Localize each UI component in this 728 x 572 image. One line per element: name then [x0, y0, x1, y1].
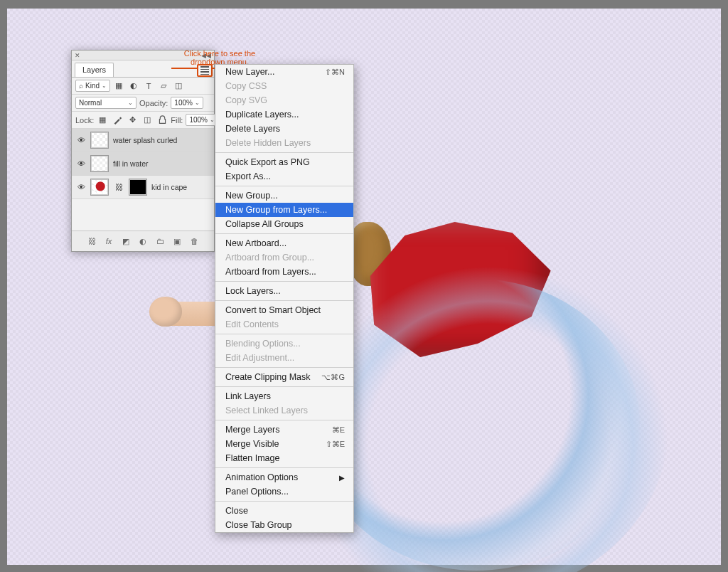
- menu-item[interactable]: New Layer...⇧⌘N: [215, 65, 353, 79]
- visibility-icon[interactable]: 👁: [76, 159, 86, 168]
- kind-filter-label: Kind: [85, 82, 100, 90]
- layer-thumbnail[interactable]: [90, 179, 109, 196]
- chevron-down-icon: ⌄: [102, 83, 107, 89]
- menu-item[interactable]: Collapse All Groups: [215, 217, 353, 231]
- menu-item-label: Convert to Smart Object: [225, 305, 321, 315]
- lock-label: Lock:: [75, 116, 94, 125]
- layer-name[interactable]: fill in water: [113, 159, 149, 168]
- visibility-icon[interactable]: 👁: [76, 136, 86, 144]
- menu-item[interactable]: Duplicate Layers...: [215, 107, 353, 122]
- adjustment-layer-icon[interactable]: ◐: [137, 235, 149, 247]
- fill-input[interactable]: 100% ⌄: [186, 114, 218, 126]
- new-layer-icon[interactable]: ▣: [171, 235, 183, 247]
- menu-item: Copy CSS: [215, 79, 353, 93]
- filter-smartobject-icon[interactable]: ◫: [173, 80, 184, 92]
- delete-layer-icon[interactable]: 🗑: [188, 235, 200, 247]
- menu-separator: [215, 367, 353, 368]
- menu-item: Edit Contents: [215, 317, 353, 332]
- menu-item[interactable]: Merge Layers⌘E: [215, 423, 353, 437]
- menu-item-label: New Group from Layers...: [225, 205, 327, 215]
- menu-item[interactable]: New Group...: [215, 189, 353, 203]
- kind-filter-select[interactable]: ⌕ Kind ⌄: [75, 80, 110, 92]
- panel-dropdown-menu: New Layer...⇧⌘NCopy CSSCopy SVGDuplicate…: [215, 64, 354, 533]
- tab-layers[interactable]: Layers: [75, 63, 114, 77]
- layer-style-icon[interactable]: fx: [103, 235, 114, 247]
- menu-item-label: Delete Layers: [225, 124, 280, 134]
- chevron-down-icon: ⌄: [210, 117, 215, 123]
- close-icon[interactable]: ✕: [75, 52, 80, 59]
- menu-item-label: Merge Visible: [225, 439, 279, 449]
- layer-thumbnail[interactable]: [90, 132, 109, 149]
- menu-item-label: Export As...: [225, 171, 271, 181]
- annotation-line1: Click here to see the: [184, 49, 255, 58]
- layer-name[interactable]: kid in cape: [151, 183, 187, 191]
- menu-item[interactable]: Flatten Image: [215, 451, 353, 465]
- menu-item-shortcut: ⇧⌘E: [326, 440, 345, 449]
- fill-label: Fill:: [171, 116, 183, 125]
- lock-pixels-icon[interactable]: [112, 115, 123, 126]
- layer-thumbnail[interactable]: [90, 155, 109, 172]
- menu-separator: [215, 300, 353, 301]
- menu-item-label: New Group...: [225, 191, 278, 201]
- menu-item[interactable]: Export As...: [215, 169, 353, 184]
- layer-row[interactable]: 👁 fill in water: [72, 152, 214, 176]
- menu-item-label: Close: [225, 506, 248, 516]
- menu-item-label: Edit Contents: [225, 319, 279, 329]
- menu-item-shortcut: ⌥⌘G: [321, 373, 345, 382]
- layers-list: 👁 water splash curled 👁 fill in water 👁 …: [72, 129, 214, 199]
- submenu-arrow-icon: ▶: [339, 474, 345, 482]
- menu-item: Artboard from Group...: [215, 250, 353, 265]
- lock-transparency-icon[interactable]: ▦: [97, 115, 108, 126]
- menu-item[interactable]: Artboard from Layers...: [215, 265, 353, 279]
- link-layers-icon[interactable]: ⛓: [86, 235, 97, 247]
- menu-separator: [215, 467, 353, 468]
- menu-item-label: New Artboard...: [225, 238, 287, 248]
- menu-item-label: Duplicate Layers...: [225, 110, 299, 120]
- visibility-icon[interactable]: 👁: [76, 183, 86, 191]
- menu-item[interactable]: Convert to Smart Object: [215, 303, 353, 317]
- menu-item: Copy SVG: [215, 93, 353, 107]
- menu-item[interactable]: Create Clipping Mask⌥⌘G: [215, 370, 353, 384]
- menu-item-label: Quick Export as PNG: [225, 157, 310, 167]
- menu-item: Select Linked Layers: [215, 403, 353, 418]
- layer-name[interactable]: water splash curled: [113, 136, 177, 144]
- menu-item[interactable]: New Artboard...: [215, 236, 353, 250]
- layer-mask-thumbnail[interactable]: [129, 179, 147, 196]
- menu-item[interactable]: Lock Layers...: [215, 284, 353, 298]
- menu-separator: [215, 334, 353, 334]
- filter-type-icon[interactable]: T: [143, 80, 154, 92]
- menu-item[interactable]: Close: [215, 504, 353, 518]
- menu-item-label: Artboard from Group...: [225, 253, 314, 263]
- lock-artboard-icon[interactable]: ◫: [141, 115, 153, 126]
- menu-item-label: Create Clipping Mask: [225, 372, 311, 382]
- menu-separator: [215, 420, 353, 420]
- menu-item: Blending Options...: [215, 337, 353, 351]
- menu-separator: [215, 386, 353, 387]
- layer-mask-icon[interactable]: ◩: [120, 235, 132, 247]
- opacity-input[interactable]: 100% ⌄: [171, 97, 203, 109]
- filter-adjustment-icon[interactable]: ◐: [128, 80, 139, 92]
- layer-row[interactable]: 👁 ⛓ kid in cape: [72, 176, 214, 199]
- layer-row[interactable]: 👁 water splash curled: [72, 129, 214, 152]
- menu-item[interactable]: Delete Layers: [215, 122, 353, 136]
- menu-item[interactable]: New Group from Layers...: [215, 203, 353, 217]
- menu-item[interactable]: Panel Options...: [215, 484, 353, 499]
- menu-item-label: Link Layers: [225, 391, 271, 401]
- lock-all-icon[interactable]: [156, 115, 168, 126]
- menu-item-label: Delete Hidden Layers: [225, 138, 311, 148]
- menu-item[interactable]: Close Tab Group: [215, 518, 353, 532]
- menu-separator: [215, 501, 353, 502]
- panel-menu-button[interactable]: [197, 64, 213, 77]
- blend-mode-select[interactable]: Normal ⌄: [75, 97, 136, 109]
- menu-item[interactable]: Merge Visible⇧⌘E: [215, 437, 353, 451]
- filter-pixel-icon[interactable]: ▦: [113, 80, 124, 92]
- menu-item-label: Lock Layers...: [225, 286, 281, 296]
- group-icon[interactable]: 🗀: [154, 235, 166, 247]
- menu-item[interactable]: Link Layers: [215, 389, 353, 403]
- filter-shape-icon[interactable]: ▱: [158, 80, 169, 92]
- menu-item[interactable]: Quick Export as PNG: [215, 155, 353, 169]
- blend-mode-value: Normal: [79, 99, 102, 107]
- lock-position-icon[interactable]: ✥: [127, 115, 138, 126]
- menu-item[interactable]: Animation Options▶: [215, 470, 353, 484]
- layers-panel: ✕ ◀◀ Click here to see the dropdown menu…: [71, 50, 215, 252]
